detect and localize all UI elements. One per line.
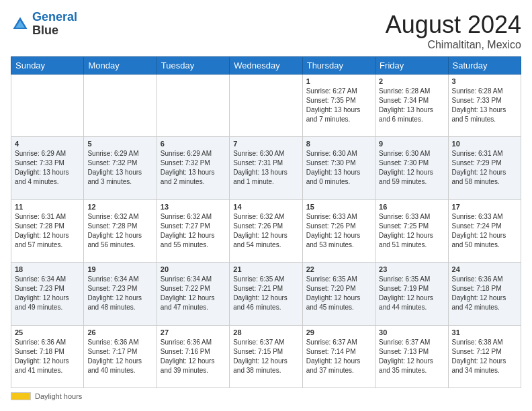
logo-text: General Blue [32, 11, 77, 38]
calendar-day-cell: 23Sunrise: 6:35 AM Sunset: 7:19 PM Dayli… [375, 263, 448, 325]
day-number: 6 [161, 140, 226, 148]
page: General Blue August 2024 Chimaltitan, Me… [0, 0, 532, 411]
calendar-day-cell: 31Sunrise: 6:38 AM Sunset: 7:12 PM Dayli… [448, 325, 521, 387]
day-info: Sunrise: 6:36 AM Sunset: 7:18 PM Dayligh… [452, 275, 517, 312]
day-number: 11 [15, 203, 80, 211]
day-number: 10 [452, 140, 517, 148]
calendar-header-cell: Wednesday [230, 57, 302, 75]
calendar-day-cell: 12Sunrise: 6:32 AM Sunset: 7:28 PM Dayli… [84, 199, 157, 262]
calendar-day-cell: 28Sunrise: 6:37 AM Sunset: 7:15 PM Dayli… [230, 325, 302, 387]
logo: General Blue [11, 11, 77, 38]
calendar-day-cell: 11Sunrise: 6:31 AM Sunset: 7:28 PM Dayli… [11, 199, 84, 262]
day-number: 27 [161, 328, 226, 336]
day-info: Sunrise: 6:29 AM Sunset: 7:33 PM Dayligh… [15, 149, 80, 187]
calendar-day-cell: 1Sunrise: 6:27 AM Sunset: 7:35 PM Daylig… [302, 75, 375, 137]
day-info: Sunrise: 6:35 AM Sunset: 7:20 PM Dayligh… [306, 275, 371, 312]
calendar-day-cell: 8Sunrise: 6:30 AM Sunset: 7:30 PM Daylig… [302, 137, 375, 199]
day-number: 28 [233, 328, 298, 336]
calendar-day-cell: 15Sunrise: 6:33 AM Sunset: 7:26 PM Dayli… [302, 199, 375, 262]
calendar-day-cell: 19Sunrise: 6:34 AM Sunset: 7:23 PM Dayli… [84, 263, 157, 325]
calendar-day-cell: 2Sunrise: 6:28 AM Sunset: 7:34 PM Daylig… [375, 75, 448, 137]
day-number: 4 [15, 140, 80, 148]
day-info: Sunrise: 6:37 AM Sunset: 7:14 PM Dayligh… [306, 338, 371, 375]
calendar-day-cell: 9Sunrise: 6:30 AM Sunset: 7:30 PM Daylig… [375, 137, 448, 199]
day-info: Sunrise: 6:37 AM Sunset: 7:13 PM Dayligh… [379, 338, 444, 375]
day-info: Sunrise: 6:32 AM Sunset: 7:28 PM Dayligh… [87, 212, 152, 250]
calendar-header-cell: Thursday [302, 57, 375, 75]
calendar-day-cell: 13Sunrise: 6:32 AM Sunset: 7:27 PM Dayli… [157, 199, 229, 262]
footer: Daylight hours [11, 392, 521, 400]
calendar-day-cell: 22Sunrise: 6:35 AM Sunset: 7:20 PM Dayli… [302, 263, 375, 325]
calendar-day-cell [84, 75, 157, 137]
day-info: Sunrise: 6:27 AM Sunset: 7:35 PM Dayligh… [306, 87, 371, 124]
day-number: 15 [306, 203, 371, 211]
day-info: Sunrise: 6:31 AM Sunset: 7:28 PM Dayligh… [15, 212, 80, 250]
day-number: 3 [452, 77, 517, 85]
day-number: 5 [87, 140, 152, 148]
day-info: Sunrise: 6:34 AM Sunset: 7:23 PM Dayligh… [87, 275, 152, 312]
day-number: 30 [379, 328, 444, 336]
day-number: 13 [161, 203, 226, 211]
day-number: 2 [379, 77, 444, 85]
calendar-week-row: 4Sunrise: 6:29 AM Sunset: 7:33 PM Daylig… [11, 137, 521, 199]
calendar-day-cell: 14Sunrise: 6:32 AM Sunset: 7:26 PM Dayli… [230, 199, 302, 262]
calendar-day-cell: 29Sunrise: 6:37 AM Sunset: 7:14 PM Dayli… [302, 325, 375, 387]
calendar-day-cell: 24Sunrise: 6:36 AM Sunset: 7:18 PM Dayli… [448, 263, 521, 325]
calendar-day-cell: 3Sunrise: 6:28 AM Sunset: 7:33 PM Daylig… [448, 75, 521, 137]
day-number: 18 [15, 265, 80, 273]
calendar-day-cell: 4Sunrise: 6:29 AM Sunset: 7:33 PM Daylig… [11, 137, 84, 199]
calendar-day-cell [230, 75, 302, 137]
day-number: 23 [379, 265, 444, 273]
calendar-day-cell: 6Sunrise: 6:29 AM Sunset: 7:32 PM Daylig… [157, 137, 229, 199]
day-number: 17 [452, 203, 517, 211]
calendar-day-cell: 30Sunrise: 6:37 AM Sunset: 7:13 PM Dayli… [375, 325, 448, 387]
calendar-header-cell: Saturday [448, 57, 521, 75]
header: General Blue August 2024 Chimaltitan, Me… [11, 11, 521, 51]
day-info: Sunrise: 6:29 AM Sunset: 7:32 PM Dayligh… [161, 149, 226, 187]
calendar-day-cell: 16Sunrise: 6:33 AM Sunset: 7:25 PM Dayli… [375, 199, 448, 262]
day-info: Sunrise: 6:30 AM Sunset: 7:31 PM Dayligh… [233, 149, 298, 187]
title-block: August 2024 Chimaltitan, Mexico [386, 11, 521, 51]
day-info: Sunrise: 6:34 AM Sunset: 7:22 PM Dayligh… [161, 275, 226, 312]
calendar-day-cell [157, 75, 229, 137]
day-number: 19 [87, 265, 152, 273]
day-info: Sunrise: 6:36 AM Sunset: 7:16 PM Dayligh… [161, 338, 226, 375]
day-number: 12 [87, 203, 152, 211]
calendar-day-cell [11, 75, 84, 137]
calendar-day-cell: 5Sunrise: 6:29 AM Sunset: 7:32 PM Daylig… [84, 137, 157, 199]
day-number: 20 [161, 265, 226, 273]
day-info: Sunrise: 6:31 AM Sunset: 7:29 PM Dayligh… [452, 149, 517, 187]
day-info: Sunrise: 6:32 AM Sunset: 7:26 PM Dayligh… [233, 212, 298, 250]
day-info: Sunrise: 6:37 AM Sunset: 7:15 PM Dayligh… [233, 338, 298, 375]
month-title: August 2024 [386, 11, 521, 39]
calendar-day-cell: 10Sunrise: 6:31 AM Sunset: 7:29 PM Dayli… [448, 137, 521, 199]
calendar-header-cell: Tuesday [157, 57, 229, 75]
logo-icon [11, 15, 30, 34]
day-info: Sunrise: 6:33 AM Sunset: 7:26 PM Dayligh… [306, 212, 371, 250]
day-number: 9 [379, 140, 444, 148]
day-number: 1 [306, 77, 371, 85]
calendar-body: 1Sunrise: 6:27 AM Sunset: 7:35 PM Daylig… [11, 75, 521, 388]
calendar-header-cell: Monday [84, 57, 157, 75]
day-info: Sunrise: 6:30 AM Sunset: 7:30 PM Dayligh… [379, 149, 444, 187]
day-number: 24 [452, 265, 517, 273]
day-number: 7 [233, 140, 298, 148]
daylight-bar-icon [11, 392, 31, 400]
day-info: Sunrise: 6:28 AM Sunset: 7:33 PM Dayligh… [452, 87, 517, 124]
calendar-header-cell: Friday [375, 57, 448, 75]
day-number: 21 [233, 265, 298, 273]
calendar-day-cell: 26Sunrise: 6:36 AM Sunset: 7:17 PM Dayli… [84, 325, 157, 387]
day-number: 25 [15, 328, 80, 336]
day-info: Sunrise: 6:30 AM Sunset: 7:30 PM Dayligh… [306, 149, 371, 187]
calendar-header-row: SundayMondayTuesdayWednesdayThursdayFrid… [11, 57, 521, 75]
day-number: 22 [306, 265, 371, 273]
footer-label: Daylight hours [35, 392, 82, 400]
calendar-week-row: 1Sunrise: 6:27 AM Sunset: 7:35 PM Daylig… [11, 75, 521, 137]
calendar-day-cell: 20Sunrise: 6:34 AM Sunset: 7:22 PM Dayli… [157, 263, 229, 325]
calendar-table: SundayMondayTuesdayWednesdayThursdayFrid… [11, 56, 521, 388]
day-info: Sunrise: 6:34 AM Sunset: 7:23 PM Dayligh… [15, 275, 80, 312]
day-info: Sunrise: 6:38 AM Sunset: 7:12 PM Dayligh… [452, 338, 517, 375]
day-number: 14 [233, 203, 298, 211]
day-info: Sunrise: 6:36 AM Sunset: 7:17 PM Dayligh… [87, 338, 152, 375]
day-info: Sunrise: 6:35 AM Sunset: 7:21 PM Dayligh… [233, 275, 298, 312]
